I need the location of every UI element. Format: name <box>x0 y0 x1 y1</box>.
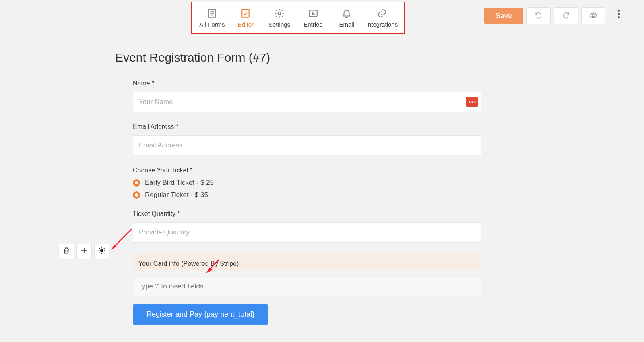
editor-icon <box>240 8 251 19</box>
field-label-card: Your Card info (Powered By Stripe) <box>138 260 476 267</box>
quantity-input[interactable] <box>133 222 481 243</box>
radio-icon <box>133 179 140 187</box>
submit-button[interactable]: Register and Pay {payment_total} <box>133 304 268 325</box>
save-button[interactable]: Save <box>484 8 523 24</box>
field-ticket-choice[interactable]: Choose Your Ticket * Early Bird Ticket -… <box>133 167 481 199</box>
insert-fields-area[interactable]: Type '/' to insert fields <box>133 276 481 296</box>
field-label-name: Name * <box>133 80 481 87</box>
svg-point-8 <box>592 14 594 16</box>
field-settings-button[interactable] <box>94 244 109 259</box>
tab-integrations[interactable]: Integrations <box>366 8 398 28</box>
insert-hint-text: Type '/' to insert fields <box>138 282 203 290</box>
field-label-ticket: Choose Your Ticket * <box>133 167 481 174</box>
svg-point-5 <box>278 12 281 15</box>
tab-all-forms[interactable]: All Forms <box>198 8 226 28</box>
link-icon <box>377 8 387 19</box>
field-options-badge[interactable] <box>466 97 478 107</box>
radio-label: Regular Ticket - $ 35 <box>145 191 208 199</box>
field-name[interactable]: Name * <box>133 80 481 112</box>
gear-icon <box>98 247 106 256</box>
svg-rect-4 <box>242 9 249 17</box>
bell-icon <box>341 8 352 19</box>
top-right-actions: Save <box>484 7 605 24</box>
svg-point-7 <box>312 12 314 13</box>
add-field-button[interactable] <box>76 244 92 259</box>
tab-settings[interactable]: Settings <box>265 8 293 28</box>
trash-icon <box>62 247 70 256</box>
redo-button[interactable] <box>554 7 578 24</box>
eye-icon <box>589 11 597 21</box>
field-side-toolbar <box>59 244 109 259</box>
tab-label: Integrations <box>366 21 398 28</box>
plus-icon <box>80 247 88 256</box>
field-quantity[interactable]: Ticket Quantity * <box>133 210 481 243</box>
radio-icon <box>133 191 140 199</box>
field-label-email: Email Address * <box>133 123 481 131</box>
more-menu-button[interactable] <box>618 10 620 18</box>
tab-label: Settings <box>268 21 290 28</box>
forms-list-icon <box>207 8 217 19</box>
page-title: Event Registration Form (#7) <box>115 51 481 64</box>
tab-editor[interactable]: Editor <box>231 8 260 28</box>
field-email[interactable]: Email Address * <box>133 123 481 155</box>
email-input[interactable] <box>133 135 481 155</box>
name-input[interactable] <box>133 92 481 112</box>
field-card-info[interactable]: Your Card info (Powered By Stripe) <box>133 254 481 270</box>
tab-label: Email <box>339 21 354 28</box>
tab-email[interactable]: Email <box>332 8 361 28</box>
undo-icon <box>535 11 543 21</box>
radio-option-regular[interactable]: Regular Ticket - $ 35 <box>133 191 481 199</box>
svg-point-13 <box>101 249 103 252</box>
top-nav: All Forms Editor Settings Entries Email … <box>191 2 405 34</box>
tab-label: Editor <box>238 21 254 28</box>
tab-entries[interactable]: Entries <box>299 8 327 28</box>
preview-button[interactable] <box>581 7 605 24</box>
undo-button[interactable] <box>526 7 551 24</box>
redo-icon <box>562 11 570 21</box>
radio-label: Early Bird Ticket - $ 25 <box>145 179 214 187</box>
entries-icon <box>308 8 318 19</box>
form-editor-canvas: Event Registration Form (#7) Name * Emai… <box>115 51 481 325</box>
tab-label: Entries <box>303 21 322 28</box>
gear-icon <box>274 8 285 19</box>
field-label-quantity: Ticket Quantity * <box>133 210 481 218</box>
radio-option-early-bird[interactable]: Early Bird Ticket - $ 25 <box>133 179 481 187</box>
delete-field-button[interactable] <box>59 244 74 259</box>
tab-label: All Forms <box>199 21 225 28</box>
